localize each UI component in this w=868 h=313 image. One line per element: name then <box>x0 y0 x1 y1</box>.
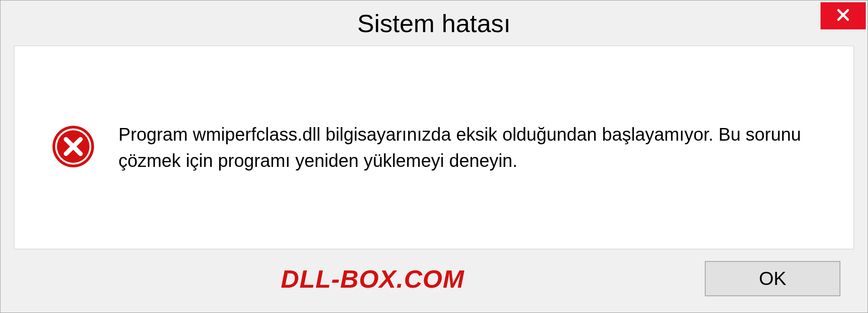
error-icon <box>51 124 96 171</box>
titlebar: Sistem hatası <box>0 0 868 46</box>
error-dialog: Sistem hatası Program wmiperfclass.dll b… <box>0 0 868 313</box>
error-message: Program wmiperfclass.dll bilgisayarınızd… <box>118 121 817 174</box>
close-button[interactable] <box>821 2 866 29</box>
dialog-title: Sistem hatası <box>357 9 510 38</box>
ok-button[interactable]: OK <box>705 261 840 296</box>
dialog-footer: DLL-BOX.COM OK <box>0 258 868 313</box>
close-icon <box>835 7 851 25</box>
watermark-text: DLL-BOX.COM <box>281 264 464 294</box>
content-area: Program wmiperfclass.dll bilgisayarınızd… <box>14 46 854 249</box>
